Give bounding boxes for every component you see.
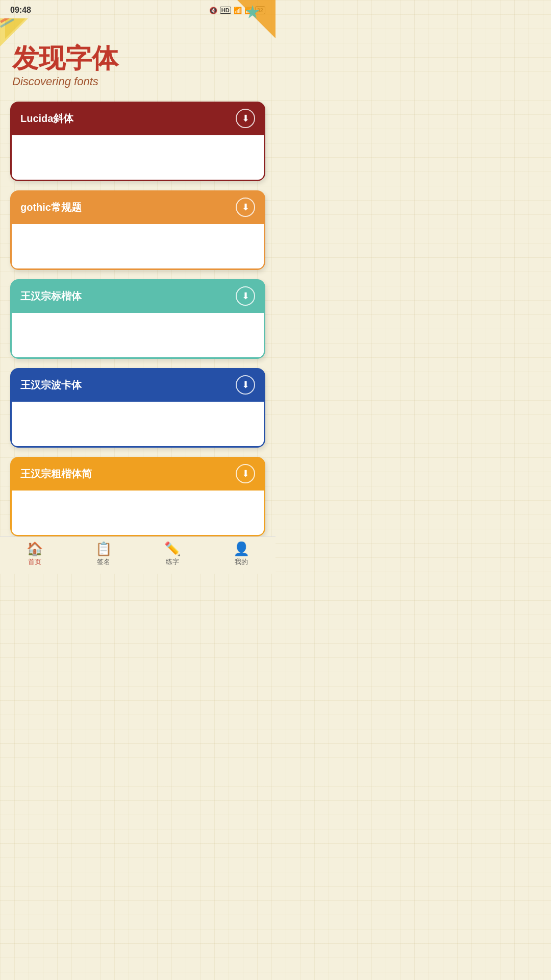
nav-icon-sign: 📋 bbox=[95, 542, 112, 555]
font-card-wanghan-cu: 王汉宗粗楷体简 ⬇ bbox=[10, 457, 265, 536]
nav-item-practice[interactable]: ✏️ 练字 bbox=[152, 542, 193, 567]
font-card-header-wanghan-boka: 王汉宗波卡体 ⬇ bbox=[10, 368, 265, 402]
font-card-body-wanghan-biao bbox=[10, 313, 265, 359]
download-button-wanghan-biao[interactable]: ⬇ bbox=[236, 286, 255, 306]
font-card-name-wanghan-cu: 王汉宗粗楷体简 bbox=[20, 467, 92, 481]
nav-label-practice: 练字 bbox=[166, 557, 179, 567]
cloud-download-icon: ⬇ bbox=[242, 202, 249, 213]
font-card-body-gothic bbox=[10, 224, 265, 270]
font-card-name-gothic: gothic常规题 bbox=[20, 201, 82, 214]
nav-label-home: 首页 bbox=[28, 557, 41, 567]
font-card-body-wanghan-cu bbox=[10, 491, 265, 536]
mute-icon: 🔇 bbox=[209, 7, 217, 14]
font-list: Lucida斜体 ⬇ gothic常规题 ⬇ 王汉宗标楷体 ⬇ bbox=[0, 102, 276, 536]
download-button-gothic[interactable]: ⬇ bbox=[236, 198, 255, 217]
status-time: 09:48 bbox=[10, 6, 31, 15]
page-title-cn: 发现字体 bbox=[12, 44, 263, 73]
nav-label-sign: 签名 bbox=[97, 557, 110, 567]
download-button-wanghan-cu[interactable]: ⬇ bbox=[236, 464, 255, 483]
font-card-wanghan-biao: 王汉宗标楷体 ⬇ bbox=[10, 279, 265, 359]
nav-icon-home: 🏠 bbox=[27, 542, 43, 555]
download-button-wanghan-boka[interactable]: ⬇ bbox=[236, 375, 255, 395]
cloud-download-icon: ⬇ bbox=[242, 379, 249, 390]
font-card-lucida: Lucida斜体 ⬇ bbox=[10, 102, 265, 181]
header: 发现字体 Discovering fonts bbox=[0, 18, 276, 102]
font-card-wanghan-boka: 王汉宗波卡体 ⬇ bbox=[10, 368, 265, 448]
font-card-body-wanghan-boka bbox=[10, 402, 265, 448]
font-card-name-wanghan-biao: 王汉宗标楷体 bbox=[20, 289, 82, 303]
nav-label-mine: 我的 bbox=[235, 557, 248, 567]
font-card-header-lucida: Lucida斜体 ⬇ bbox=[10, 102, 265, 135]
font-card-name-wanghan-boka: 王汉宗波卡体 bbox=[20, 378, 82, 392]
cloud-download-icon: ⬇ bbox=[242, 468, 249, 479]
cloud-download-icon: ⬇ bbox=[242, 113, 249, 124]
font-card-header-wanghan-biao: 王汉宗标楷体 ⬇ bbox=[10, 279, 265, 313]
font-card-gothic: gothic常规题 ⬇ bbox=[10, 190, 265, 270]
download-button-lucida[interactable]: ⬇ bbox=[236, 109, 255, 128]
bottom-nav: 🏠 首页 📋 签名 ✏️ 练字 👤 我的 bbox=[0, 536, 276, 574]
font-card-body-lucida bbox=[10, 135, 265, 181]
nav-item-mine[interactable]: 👤 我的 bbox=[221, 542, 262, 567]
nav-icon-mine: 👤 bbox=[233, 542, 249, 555]
nav-item-home[interactable]: 🏠 首页 bbox=[14, 542, 55, 567]
page-wrapper: 09:48 🔇 HD 📶 📶 32 发现字体 Discovering fonts… bbox=[0, 0, 276, 574]
cloud-download-icon: ⬇ bbox=[242, 290, 249, 302]
font-card-name-lucida: Lucida斜体 bbox=[20, 112, 73, 126]
nav-icon-practice: ✏️ bbox=[164, 542, 181, 555]
nav-item-sign[interactable]: 📋 签名 bbox=[83, 542, 124, 567]
font-card-header-gothic: gothic常规题 ⬇ bbox=[10, 190, 265, 224]
page-title-en: Discovering fonts bbox=[12, 75, 263, 88]
font-card-header-wanghan-cu: 王汉宗粗楷体简 ⬇ bbox=[10, 457, 265, 491]
